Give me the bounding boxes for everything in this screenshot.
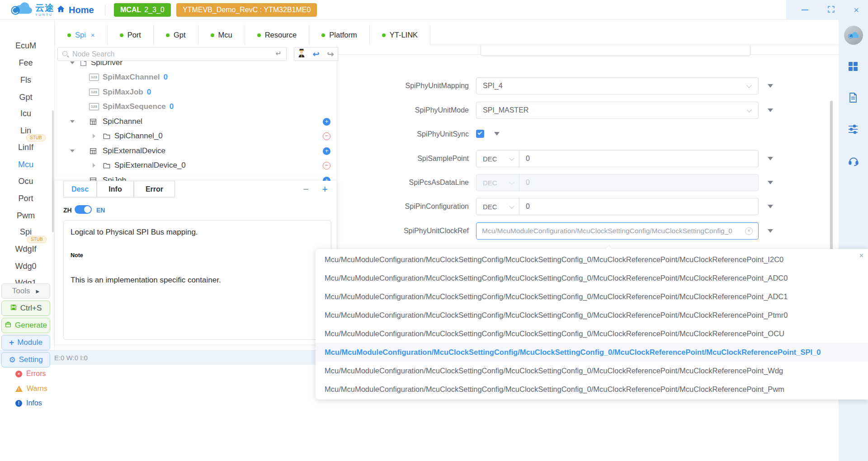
redo-button[interactable]: ↪ [323,47,338,61]
apps-grid-icon[interactable] [848,61,859,73]
setting-button[interactable]: ⚙ Setting [1,352,50,367]
tab-desc[interactable]: Desc [63,181,97,198]
tab-close-icon[interactable]: × [91,31,95,39]
tree-row-spichannel[interactable]: SpiChannel + [55,114,337,129]
dropdown-option-i2c0[interactable]: Mcu/McuModuleConfiguration/McuClockSetti… [316,250,868,269]
dropdown-option-ptmr0[interactable]: Mcu/McuModuleConfiguration/McuClockSetti… [316,306,868,325]
remove-node-icon[interactable]: − [323,162,330,169]
tab-port[interactable]: Port [108,25,154,45]
language-toggle[interactable] [75,205,92,214]
tree-node-label: SpiMaxJob [103,88,143,96]
window-close-button[interactable]: × [847,0,865,20]
window-maximize-button[interactable] [822,0,840,20]
errors-row[interactable]: × Errors [15,368,46,379]
tree-row-spimaxchannel[interactable]: 123 SpiMaxChannel0 [55,70,337,85]
tree-row-spichannel-0[interactable]: SpiChannel_0 − [55,129,337,144]
tree-row-spimaxjob[interactable]: 123 SpiMaxJob0 [55,85,337,100]
dropdown-trigger-icon[interactable] [494,132,500,136]
spiphyunitmode-select[interactable]: SPI_MASTER [476,102,759,119]
sidebar-item-pwm[interactable]: Pwm [0,211,52,221]
close-icon: × [854,5,859,14]
sidebar-scrollbar[interactable] [52,110,54,232]
dropdown-option-wdg[interactable]: Mcu/McuModuleConfiguration/McuClockSetti… [316,362,868,380]
tab-info[interactable]: Info [97,181,134,198]
sidebar-item-gpt[interactable]: Gpt [0,93,52,102]
sidebar-item-wdgif[interactable]: WdgIf [0,245,52,254]
expand-panel-icon[interactable]: + [322,183,328,195]
document-icon[interactable] [848,92,859,104]
dropdown-trigger-icon[interactable] [768,229,773,233]
home-button[interactable]: Home [57,0,94,20]
warns-row[interactable]: ! Warns [15,383,47,394]
caret-right-icon[interactable] [93,163,95,168]
dropdown-trigger-icon[interactable] [768,108,773,112]
blame-user-button[interactable] [294,47,309,61]
dropdown-trigger-icon[interactable] [768,181,773,184]
tab-spi[interactable]: Spi × [55,25,108,45]
add-node-icon[interactable]: + [323,147,330,155]
mcal-version-badge[interactable]: MCAL 2_3_0 [114,3,171,17]
field-label-spisamplepoint: SpiSamplePoint [337,155,469,163]
radix-select[interactable]: DEC [476,151,519,167]
tab-resource[interactable]: Resource [245,25,310,45]
tree-row-spiexternaldevice-0[interactable]: SpiExternalDevice_0 − [55,158,337,173]
sidebar-item-spi[interactable]: Spi [0,227,52,237]
tab-mcu[interactable]: Mcu [198,25,245,45]
window-minimize-button[interactable] [796,0,814,20]
dropdown-option-spi0[interactable]: Mcu/McuModuleConfiguration/McuClockSetti… [316,343,868,362]
node-search-input[interactable] [72,47,271,61]
sidebar-item-fls[interactable]: Fls [0,75,52,85]
project-badge[interactable]: YTMEVB_Demo_RevC : YTM32B1ME0 [176,3,317,17]
form-scrollbar[interactable] [830,101,833,254]
save-button[interactable]: Ctrl+S [1,301,50,316]
sidebar-item-fee[interactable]: Fee [0,58,52,68]
problems-header[interactable]: ! Problems E:0 W:0 I:0 [0,350,337,365]
spiphyunitsync-checkbox[interactable] [476,130,484,138]
tab-error[interactable]: Error [134,181,175,198]
spisamplepoint-input[interactable]: 0 [519,151,758,167]
sidebar-item-ocu[interactable]: Ocu [0,177,52,186]
tree-row-spimaxsequence[interactable]: 123 SpiMaxSequence0 [55,99,337,114]
clear-icon[interactable]: × [745,227,753,235]
tools-button[interactable]: Tools ▶ [1,283,50,299]
infos-row[interactable]: ! Infos [15,398,42,409]
caret-down-icon[interactable] [70,150,75,152]
remove-node-icon[interactable]: − [323,132,330,140]
sliders-icon[interactable] [848,124,859,136]
caret-down-icon[interactable] [70,120,75,123]
sidebar-item-linif[interactable]: LinIf [0,143,52,152]
spipinconfiguration-input[interactable]: 0 [519,198,758,215]
tab-platform[interactable]: Platform [309,25,369,45]
tab-gpt[interactable]: Gpt [154,25,198,45]
caret-down-icon[interactable] [70,61,75,64]
add-node-icon[interactable]: + [323,118,330,126]
caret-right-icon[interactable] [93,134,95,138]
add-module-button[interactable]: + Module [1,335,50,350]
collapse-panel-icon[interactable]: − [303,183,309,195]
dropdown-option-adc0[interactable]: Mcu/McuModuleConfiguration/McuClockSetti… [316,269,868,287]
dropdown-trigger-icon[interactable] [768,84,773,88]
dropdown-close-icon[interactable]: × [859,252,863,260]
tab-yt-link[interactable]: YT-LINK [370,25,430,45]
sidebar-item-port[interactable]: Port [0,194,52,203]
radix-select[interactable]: DEC [476,198,519,215]
support-headset-icon[interactable] [848,155,859,167]
field-label-spipinconfiguration: SpiPinConfiguration [337,202,469,211]
spiphyunitclockref-input[interactable]: Mcu/McuModuleConfiguration/McuClockSetti… [476,222,759,240]
chevron-down-icon [509,155,514,160]
sidebar-item-ecum[interactable]: EcuM [0,41,52,51]
partial-input-field[interactable] [481,45,750,56]
dropdown-trigger-icon[interactable] [768,205,773,208]
sidebar-item-wdg0[interactable]: Wdg0 [0,262,52,271]
dropdown-trigger-icon[interactable] [768,157,773,160]
avatar[interactable] [844,26,863,45]
undo-button[interactable]: ↩ [309,47,324,61]
sidebar-item-mcu[interactable]: Mcu [0,160,52,169]
sidebar-item-icu[interactable]: Icu [0,109,52,118]
tree-row-spiexternaldevice[interactable]: SpiExternalDevice + [55,144,337,159]
dropdown-option-pwm[interactable]: Mcu/McuModuleConfiguration/McuClockSetti… [316,380,868,399]
dropdown-option-ocu[interactable]: Mcu/McuModuleConfiguration/McuClockSetti… [316,325,868,343]
generate-button[interactable]: Generate [1,318,50,333]
spiphyunitmapping-select[interactable]: SPI_4 [476,77,759,94]
dropdown-option-adc1[interactable]: Mcu/McuModuleConfiguration/McuClockSetti… [316,287,868,306]
